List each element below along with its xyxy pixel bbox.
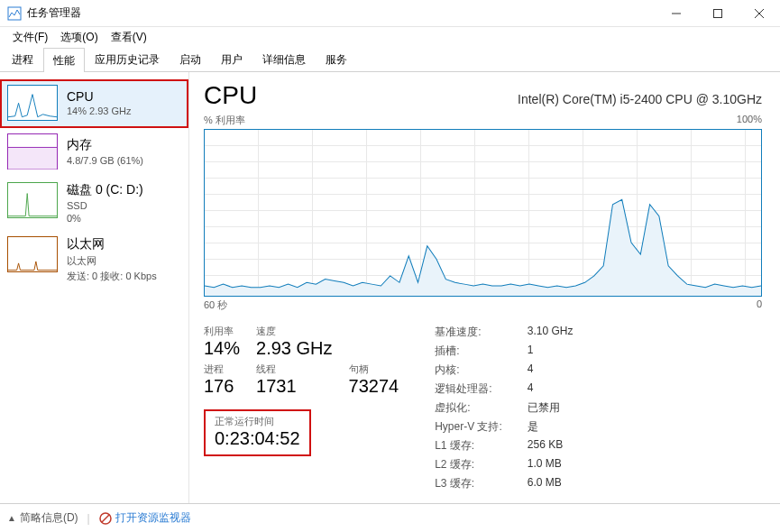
thread-stat-label: 线程 [256, 362, 332, 376]
page-title: CPU [204, 81, 257, 110]
brief-info-link[interactable]: ▲ 简略信息(D) [7, 510, 78, 526]
footer: ▲ 简略信息(D) | 打开资源监视器 [0, 503, 780, 532]
chevron-up-icon: ▲ [7, 513, 16, 523]
proc-stat-val: 176 [204, 376, 240, 397]
sidebar-item-disk[interactable]: 磁盘 0 (C: D:) SSD 0% [0, 177, 188, 231]
brief-info-label: 简略信息(D) [20, 510, 78, 526]
cpu-thumb [7, 85, 58, 121]
app-icon [7, 6, 22, 21]
handle-stat-label: 句柄 [349, 362, 399, 376]
svg-marker-7 [205, 199, 761, 296]
stats-right-column: 基准速度:3.10 GHz 插槽:1 内核:4 逻辑处理器:4 虚拟化:已禁用 … [435, 325, 573, 491]
cpu-info: CPU 14% 2.93 GHz [67, 85, 181, 121]
socket-label: 插槽: [435, 344, 502, 359]
tab-services[interactable]: 服务 [316, 47, 357, 71]
tab-processes[interactable]: 进程 [2, 47, 43, 71]
tab-startup[interactable]: 启动 [170, 47, 211, 71]
maximize-button[interactable] [697, 0, 739, 27]
window-controls [656, 0, 780, 27]
chart-top-labels: % 利用率 100% [204, 114, 762, 127]
menu-file[interactable]: 文件(F) [7, 28, 53, 47]
sidebar-eth-sub1: 以太网 [67, 254, 181, 268]
main-panel: CPU Intel(R) Core(TM) i5-2400 CPU @ 3.10… [189, 72, 780, 503]
sidebar-item-ethernet[interactable]: 以太网 以太网 发送: 0 接收: 0 Kbps [0, 231, 188, 290]
handle-stat-val: 73274 [349, 376, 399, 397]
core-val: 4 [528, 362, 574, 378]
menubar: 文件(F) 选项(O) 查看(V) [0, 27, 780, 47]
svg-line-9 [102, 515, 109, 522]
uptime-label: 正常运行时间 [215, 415, 300, 428]
lp-val: 4 [528, 381, 574, 397]
sidebar-disk-title: 磁盘 0 (C: D:) [67, 182, 181, 198]
main-header: CPU Intel(R) Core(TM) i5-2400 CPU @ 3.10… [204, 81, 762, 110]
footer-separator: | [87, 512, 90, 525]
sidebar-item-memory[interactable]: 内存 4.8/7.9 GB (61%) [0, 128, 188, 177]
core-label: 内核: [435, 362, 502, 378]
l2-label: L2 缓存: [435, 457, 502, 472]
memory-info: 内存 4.8/7.9 GB (61%) [67, 133, 181, 170]
l3-val: 6.0 MB [528, 476, 574, 491]
chart-bottom-labels: 60 秒 0 [204, 298, 762, 312]
sidebar: CPU 14% 2.93 GHz 内存 4.8/7.9 GB (61%) 磁盘 … [0, 72, 189, 503]
stats-left-column: 利用率14% 速度2.93 GHz 进程176 线程1731 句柄73274 正… [204, 325, 399, 491]
sidebar-eth-title: 以太网 [67, 236, 181, 252]
stats-area: 利用率14% 速度2.93 GHz 进程176 线程1731 句柄73274 正… [204, 325, 762, 491]
ethernet-info: 以太网 以太网 发送: 0 接收: 0 Kbps [67, 236, 181, 283]
l3-label: L3 缓存: [435, 476, 502, 491]
close-button[interactable] [739, 0, 780, 27]
tab-history[interactable]: 应用历史记录 [85, 47, 170, 71]
sidebar-item-cpu[interactable]: CPU 14% 2.93 GHz [0, 79, 188, 128]
sidebar-memory-title: 内存 [67, 137, 181, 153]
util-stat-val: 14% [204, 338, 240, 359]
thread-stat-val: 1731 [256, 376, 332, 397]
minimize-button[interactable] [656, 0, 697, 27]
open-resmon-link[interactable]: 打开资源监视器 [99, 510, 191, 526]
sidebar-disk-sub1: SSD [67, 200, 181, 211]
titlebar: 任务管理器 [0, 0, 780, 27]
lp-label: 逻辑处理器: [435, 381, 502, 397]
util-stat-label: 利用率 [204, 325, 240, 338]
tab-performance[interactable]: 性能 [43, 48, 85, 72]
sidebar-disk-sub2: 0% [67, 213, 181, 224]
window-title: 任务管理器 [27, 5, 656, 21]
base-val: 3.10 GHz [528, 325, 574, 340]
cpu-model: Intel(R) Core(TM) i5-2400 CPU @ 3.10GHz [518, 92, 762, 106]
virt-val: 已禁用 [528, 400, 574, 416]
hv-val: 是 [528, 419, 574, 435]
l1-label: L1 缓存: [435, 438, 502, 454]
uptime-val: 0:23:04:52 [215, 428, 300, 449]
sidebar-memory-sub: 4.8/7.9 GB (61%) [67, 155, 181, 166]
sidebar-eth-sub2: 发送: 0 接收: 0 Kbps [67, 270, 181, 283]
sidebar-cpu-sub: 14% 2.93 GHz [67, 105, 181, 116]
resmon-label: 打开资源监视器 [115, 510, 191, 526]
util-label: % 利用率 [204, 114, 245, 127]
hv-label: Hyper-V 支持: [435, 419, 502, 435]
disk-info: 磁盘 0 (C: D:) SSD 0% [67, 182, 181, 224]
tabbar: 进程 性能 应用历史记录 启动 用户 详细信息 服务 [0, 47, 780, 72]
sidebar-cpu-title: CPU [67, 89, 181, 104]
cpu-chart[interactable] [204, 129, 762, 297]
tab-details[interactable]: 详细信息 [252, 47, 316, 71]
resmon-icon [99, 512, 112, 525]
content-area: CPU 14% 2.93 GHz 内存 4.8/7.9 GB (61%) 磁盘 … [0, 72, 780, 503]
ethernet-thumb [7, 236, 58, 272]
svg-rect-2 [714, 9, 722, 17]
memory-thumb [7, 133, 58, 170]
uptime-box: 正常运行时间 0:23:04:52 [204, 409, 311, 456]
speed-stat-label: 速度 [256, 325, 332, 338]
chart-svg [205, 130, 761, 296]
l1-val: 256 KB [528, 438, 574, 454]
socket-val: 1 [528, 344, 574, 359]
tab-users[interactable]: 用户 [211, 47, 252, 71]
base-label: 基准速度: [435, 325, 502, 340]
util-max: 100% [737, 114, 762, 127]
svg-rect-5 [8, 147, 57, 169]
menu-view[interactable]: 查看(V) [106, 28, 152, 47]
speed-stat-val: 2.93 GHz [256, 338, 332, 359]
l2-val: 1.0 MB [528, 457, 574, 472]
x-left: 60 秒 [204, 298, 227, 312]
x-right: 0 [757, 298, 762, 312]
disk-thumb [7, 182, 58, 218]
proc-stat-label: 进程 [204, 362, 240, 376]
menu-options[interactable]: 选项(O) [55, 28, 103, 47]
